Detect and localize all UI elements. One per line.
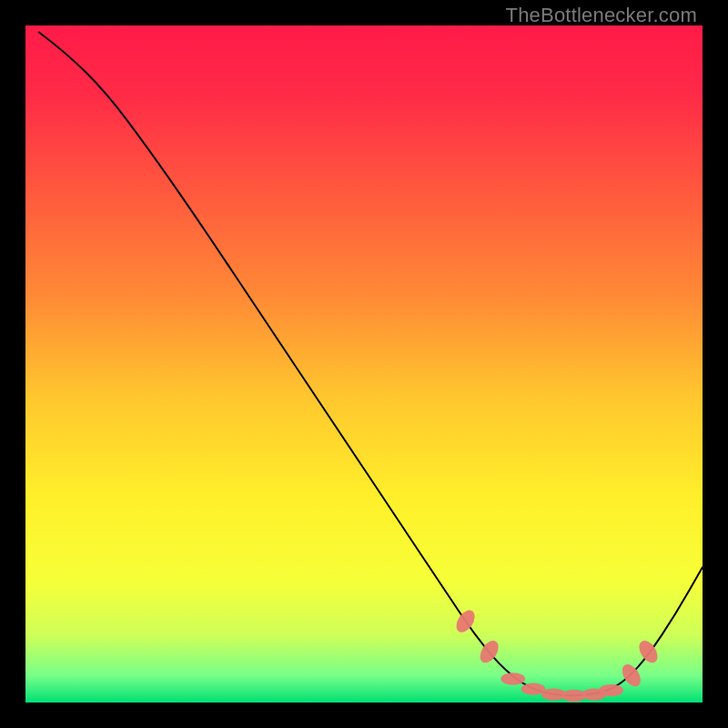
plot-area (25, 25, 703, 703)
chart-frame: TheBottlenecker.com (0, 0, 728, 728)
curve-marker (599, 684, 623, 696)
watermark-text: TheBottlenecker.com (506, 4, 697, 27)
curve-marker (500, 672, 525, 684)
gradient-background (25, 25, 703, 703)
chart-svg (25, 25, 703, 703)
